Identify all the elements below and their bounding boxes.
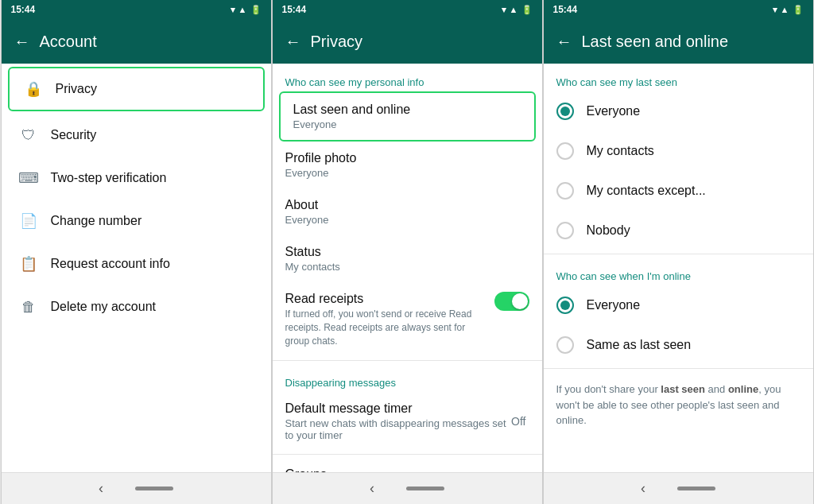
- signal-icon-2: ▲: [510, 5, 518, 14]
- radio-sameaslastseen-online[interactable]: Same as last seen: [544, 325, 813, 365]
- screen3-lastseen: 15:44 ▾ ▲ 🔋 ← Last seen and online Who c…: [543, 0, 814, 504]
- menu-twostep[interactable]: ⌨ Two-step verification: [5, 157, 268, 199]
- about-sub: Everyone: [285, 214, 529, 226]
- status-bar-1: 15:44 ▾ ▲ 🔋: [2, 0, 271, 19]
- menu-privacy[interactable]: 🔒 Privacy: [8, 67, 265, 111]
- status-icons-2: ▾ ▲ 🔋: [502, 5, 533, 15]
- status-title: Status: [285, 245, 529, 259]
- security-label: Security: [51, 128, 97, 142]
- read-receipts-sub: If turned off, you won't send or receive…: [285, 308, 485, 347]
- radio-mycontacts-lastseen-label: My contacts: [587, 144, 654, 158]
- read-receipts-content: Read receipts If turned off, you won't s…: [285, 292, 485, 347]
- read-receipts-row[interactable]: Read receipts If turned off, you won't s…: [273, 282, 542, 357]
- status-icons-1: ▾ ▲ 🔋: [231, 5, 262, 15]
- lastseen-sub: Everyone: [293, 118, 521, 130]
- back-button-3[interactable]: ←: [556, 33, 572, 51]
- privacy-item-groups[interactable]: Groups Everyone: [273, 458, 542, 472]
- time-3: 15:44: [553, 4, 578, 15]
- divider-4: [544, 368, 813, 369]
- security-icon: 🛡: [17, 124, 40, 146]
- back-button-2[interactable]: ←: [285, 33, 301, 51]
- about-title: About: [285, 198, 529, 212]
- radio-everyone-online-circle: [556, 297, 574, 314]
- twostep-icon: ⌨: [17, 167, 40, 189]
- lastseen-title: Last seen and online: [293, 103, 521, 117]
- privacy-content: Privacy: [56, 82, 250, 96]
- radio-mycontactsexcept-lastseen[interactable]: My contacts except...: [544, 171, 813, 211]
- nav-back-btn-2[interactable]: ‹: [370, 480, 374, 497]
- appbar-3: ← Last seen and online: [544, 19, 813, 64]
- radio-everyone-online[interactable]: Everyone: [544, 285, 813, 325]
- privacy-label: Privacy: [56, 82, 250, 96]
- radio-everyone-lastseen-circle: [556, 103, 574, 120]
- privacy-item-lastseen[interactable]: Last seen and online Everyone: [279, 91, 536, 142]
- wifi-icon-3: ▾: [773, 5, 777, 15]
- signal-icon: ▲: [238, 5, 247, 14]
- timer-sub: Start new chats with disappearing messag…: [285, 417, 512, 441]
- requestinfo-label: Request account info: [51, 257, 170, 271]
- twostep-label: Two-step verification: [51, 171, 167, 185]
- radio-mycontacts-lastseen-circle: [556, 142, 574, 160]
- time-2: 15:44: [282, 4, 307, 15]
- status-sub: My contacts: [285, 261, 529, 273]
- screen1-account: 15:44 ▾ ▲ 🔋 ← Account 🔒 Privacy 🛡 Securi…: [1, 0, 272, 504]
- timer-content: Default message timer Start new chats wi…: [285, 401, 512, 441]
- appbar-1: ← Account: [2, 19, 271, 64]
- divider-2: [273, 454, 542, 455]
- photo-sub: Everyone: [285, 167, 529, 179]
- radio-mycontacts-lastseen[interactable]: My contacts: [544, 131, 813, 171]
- read-receipts-toggle[interactable]: [494, 292, 529, 311]
- read-receipts-title: Read receipts: [285, 292, 485, 306]
- radio-everyone-online-label: Everyone: [587, 298, 641, 312]
- wifi-icon-2: ▾: [502, 5, 506, 15]
- changenumber-icon: 📄: [17, 210, 40, 232]
- bottom-pill-3: [677, 487, 715, 490]
- divider-1: [273, 360, 542, 361]
- photo-title: Profile photo: [285, 151, 529, 165]
- privacy-icon: 🔒: [22, 78, 45, 100]
- section-online-label: Who can see when I'm online: [544, 258, 813, 285]
- radio-everyone-lastseen[interactable]: Everyone: [544, 91, 813, 131]
- menu-changenumber[interactable]: 📄 Change number: [5, 200, 268, 242]
- section-last-seen-label: Who can see my last seen: [544, 64, 813, 91]
- privacy-item-photo[interactable]: Profile photo Everyone: [273, 142, 542, 188]
- privacy-content: Who can see my personal info Last seen a…: [273, 64, 542, 472]
- radio-nobody-lastseen[interactable]: Nobody: [544, 211, 813, 250]
- status-bar-2: 15:44 ▾ ▲ 🔋: [273, 0, 542, 19]
- changenumber-label: Change number: [51, 214, 142, 228]
- radio-sameaslastseen-label: Same as last seen: [587, 338, 692, 352]
- appbar-2: ← Privacy: [273, 19, 542, 64]
- battery-icon: 🔋: [250, 5, 262, 15]
- screen3-title: Last seen and online: [582, 33, 729, 51]
- lastseen-content: Who can see my last seen Everyone My con…: [544, 64, 813, 472]
- timer-value: Off: [511, 415, 529, 428]
- timer-title: Default message timer: [285, 401, 512, 416]
- info-note: If you don't share your last seen and on…: [544, 372, 813, 438]
- nav-back-btn-3[interactable]: ‹: [641, 480, 645, 497]
- radio-everyone-lastseen-label: Everyone: [587, 104, 641, 118]
- radio-mycontactsexcept-lastseen-circle: [556, 182, 574, 200]
- menu-deleteaccount[interactable]: 🗑 Delete my account: [5, 286, 268, 328]
- deleteaccount-label: Delete my account: [51, 300, 157, 314]
- privacy-item-status[interactable]: Status My contacts: [273, 235, 542, 282]
- back-button-1[interactable]: ←: [14, 33, 30, 51]
- bottom-nav-2: ‹: [273, 472, 542, 504]
- privacy-item-timer[interactable]: Default message timer Start new chats wi…: [273, 392, 542, 451]
- bottom-nav-1: ‹: [2, 472, 271, 504]
- radio-mycontactsexcept-lastseen-label: My contacts except...: [587, 184, 706, 198]
- bottom-nav-3: ‹: [544, 472, 813, 504]
- privacy-item-about[interactable]: About Everyone: [273, 188, 542, 235]
- menu-requestinfo[interactable]: 📋 Request account info: [5, 243, 268, 285]
- nav-back-btn-1[interactable]: ‹: [99, 480, 103, 497]
- section-disappearing: Disappearing messages: [273, 364, 542, 392]
- screen2-title: Privacy: [311, 33, 363, 51]
- menu-security[interactable]: 🛡 Security: [5, 114, 268, 156]
- divider-3: [544, 254, 813, 254]
- battery-icon-2: 🔋: [521, 5, 533, 15]
- radio-nobody-lastseen-label: Nobody: [587, 223, 630, 238]
- radio-nobody-lastseen-circle: [556, 222, 574, 239]
- requestinfo-icon: 📋: [17, 253, 40, 275]
- bottom-pill-1: [135, 487, 173, 490]
- status-bar-3: 15:44 ▾ ▲ 🔋: [544, 0, 813, 19]
- wifi-icon: ▾: [231, 5, 235, 15]
